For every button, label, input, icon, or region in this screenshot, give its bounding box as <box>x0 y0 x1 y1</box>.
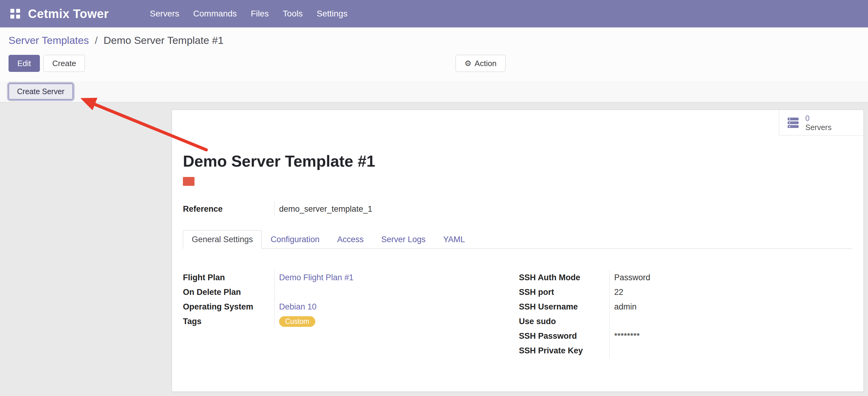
field-groups: Flight Plan Demo Flight Plan #1 On Delet… <box>183 270 852 358</box>
field-cell: Debian 10 <box>274 300 519 314</box>
field-row-on-delete-plan: On Delete Plan <box>183 285 519 300</box>
action-button-label: Action <box>474 59 496 68</box>
grid-dot <box>10 15 14 19</box>
flight-plan-link[interactable]: Demo Flight Plan #1 <box>279 273 354 282</box>
record-title: Demo Server Template #1 <box>183 152 852 170</box>
field-row-ssh-private-key: SSH Private Key <box>519 343 852 358</box>
main-menu: Servers Commands Files Tools Settings <box>143 0 354 27</box>
field-cell <box>274 285 519 300</box>
create-button[interactable]: Create <box>43 55 85 72</box>
field-label: SSH Private Key <box>519 343 609 358</box>
menu-item-files[interactable]: Files <box>244 0 276 27</box>
ssh-auth-mode-value: Password <box>614 273 650 282</box>
field-label: Tags <box>183 314 274 329</box>
menu-item-tools[interactable]: Tools <box>276 0 310 27</box>
tab-general-settings[interactable]: General Settings <box>183 230 262 249</box>
field-cell <box>609 314 852 329</box>
servers-icon <box>786 115 800 130</box>
ssh-port-value: 22 <box>614 288 623 297</box>
field-cell: Demo Flight Plan #1 <box>274 270 519 285</box>
ssh-password-value: ******** <box>614 332 640 341</box>
servers-stat-text: 0 Servers <box>805 114 832 132</box>
servers-stat-button[interactable]: 0 Servers <box>779 110 863 136</box>
gear-icon: ⚙ <box>464 59 471 68</box>
color-swatch <box>183 177 194 186</box>
form-sheet: 0 Servers Demo Server Template #1 Refere… <box>172 110 864 392</box>
field-row-ssh-password: SSH Password ******** <box>519 329 852 343</box>
field-row-ssh-username: SSH Username admin <box>519 300 852 314</box>
field-cell: 22 <box>609 285 852 300</box>
create-server-button[interactable]: Create Server <box>8 83 73 100</box>
breadcrumb-separator: / <box>95 34 97 46</box>
ssh-username-value: admin <box>614 302 637 312</box>
field-label: Operating System <box>183 300 274 314</box>
field-label: On Delete Plan <box>183 285 274 300</box>
reference-value: demo_server_template_1 <box>279 204 372 214</box>
page: Cetmix Tower Servers Commands Files Tool… <box>0 0 868 396</box>
notebook-tabs: General Settings Configuration Access Se… <box>183 230 852 249</box>
field-row-flight-plan: Flight Plan Demo Flight Plan #1 <box>183 270 519 285</box>
breadcrumb-current: Demo Server Template #1 <box>103 34 223 46</box>
grid-dot <box>10 9 14 13</box>
servers-count-label: Servers <box>805 123 832 132</box>
button-row: Edit Create ⚙ Action <box>8 55 860 81</box>
menu-item-commands[interactable]: Commands <box>186 0 244 27</box>
tab-yaml[interactable]: YAML <box>434 230 474 249</box>
content-area: 0 Servers Demo Server Template #1 Refere… <box>0 102 868 396</box>
reference-cell: demo_server_template_1 <box>274 201 852 217</box>
action-button[interactable]: ⚙ Action <box>456 55 505 72</box>
breadcrumb-parent-link[interactable]: Server Templates <box>8 34 89 46</box>
field-cell: Custom <box>274 314 519 329</box>
tab-configuration[interactable]: Configuration <box>262 230 329 249</box>
apps-grid-icon[interactable] <box>10 9 20 19</box>
tab-server-logs[interactable]: Server Logs <box>373 230 435 249</box>
group-left: Flight Plan Demo Flight Plan #1 On Delet… <box>183 270 519 358</box>
edit-button[interactable]: Edit <box>8 55 40 72</box>
field-cell <box>609 343 852 358</box>
grid-dot <box>16 9 20 13</box>
menu-item-settings[interactable]: Settings <box>310 0 354 27</box>
field-row-use-sudo: Use sudo <box>519 314 852 329</box>
field-label: Use sudo <box>519 314 609 329</box>
group-right: SSH Auth Mode Password SSH port 22 SSH U… <box>519 270 852 358</box>
breadcrumb: Server Templates / Demo Server Template … <box>8 34 860 46</box>
field-label: SSH Username <box>519 300 609 314</box>
grid-dot <box>16 15 20 19</box>
field-cell: admin <box>609 300 852 314</box>
field-cell: ******** <box>609 329 852 343</box>
tab-access[interactable]: Access <box>329 230 373 249</box>
field-label: SSH port <box>519 285 609 300</box>
menu-item-servers[interactable]: Servers <box>143 0 186 27</box>
top-navbar: Cetmix Tower Servers Commands Files Tool… <box>0 0 868 27</box>
reference-field: Reference demo_server_template_1 <box>183 201 852 217</box>
field-label: SSH Password <box>519 329 609 343</box>
status-bar: Create Server <box>0 81 868 102</box>
field-row-ssh-port: SSH port 22 <box>519 285 852 300</box>
servers-count: 0 <box>805 114 832 123</box>
field-row-ssh-auth-mode: SSH Auth Mode Password <box>519 270 852 285</box>
app-brand[interactable]: Cetmix Tower <box>28 7 108 21</box>
field-cell: Password <box>609 270 852 285</box>
field-row-operating-system: Operating System Debian 10 <box>183 300 519 314</box>
field-label: SSH Auth Mode <box>519 270 609 285</box>
field-row-tags: Tags Custom <box>183 314 519 329</box>
reference-label: Reference <box>183 204 274 214</box>
tag-badge: Custom <box>279 316 315 327</box>
control-panel: Server Templates / Demo Server Template … <box>0 27 868 81</box>
operating-system-link[interactable]: Debian 10 <box>279 302 316 312</box>
field-label: Flight Plan <box>183 270 274 285</box>
